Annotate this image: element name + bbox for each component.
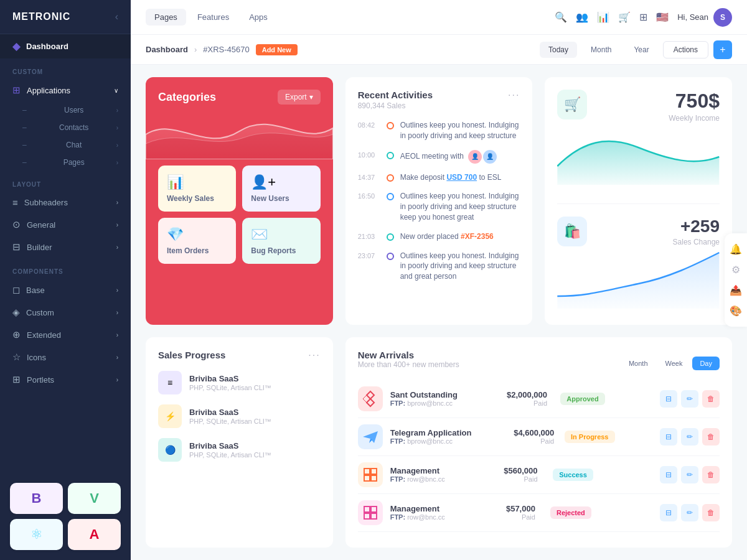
- delete-button-4[interactable]: 🗑: [702, 504, 720, 521]
- arrival-actions-3: ⊟ ✏ 🗑: [660, 466, 720, 483]
- right-icon-send[interactable]: 📤: [730, 284, 742, 296]
- avatar-1: 👤: [468, 150, 482, 164]
- user-menu[interactable]: Hi, Sean S: [677, 8, 732, 27]
- custom-label: Custom: [26, 308, 54, 317]
- flag-icon[interactable]: 🇺🇸: [656, 11, 669, 23]
- new-users-card[interactable]: 👤+ New Users: [242, 166, 320, 212]
- activity-text: Make deposit USD 700 to ESL: [400, 172, 502, 183]
- progress-avatar-3: 🔵: [158, 438, 182, 462]
- edit-button-3[interactable]: ✏: [681, 466, 698, 483]
- activities-title: Recent Activities: [358, 90, 520, 100]
- svg-rect-9: [364, 506, 370, 512]
- order-link[interactable]: #XF-2356: [461, 232, 494, 241]
- general-label: General: [27, 220, 55, 230]
- copy-button-3[interactable]: ⊟: [660, 466, 677, 483]
- cart-icon[interactable]: 🛒: [618, 11, 631, 23]
- right-icon-bell[interactable]: 🔔: [730, 243, 742, 255]
- dashboard-content: Categories Export ▾: [131, 65, 747, 560]
- meeting-avatars: 👤 👤: [468, 150, 497, 164]
- period-week-btn[interactable]: Week: [658, 357, 690, 370]
- progress-name-1: Briviba SaaS: [189, 374, 321, 383]
- search-icon[interactable]: 🔍: [555, 11, 567, 23]
- activity-item-1: 08:42 Outlines keep you honest. Indulgin…: [358, 120, 520, 141]
- activity-dot: [387, 122, 394, 129]
- chart-icon[interactable]: 📊: [597, 11, 609, 23]
- delete-button-3[interactable]: 🗑: [702, 466, 720, 483]
- edit-button-4[interactable]: ✏: [681, 504, 698, 521]
- progress-item-3: 🔵 Briviba SaaS PHP, SQLite, Artisan CLI™: [158, 438, 321, 462]
- chevron-right-icon: ›: [116, 222, 118, 228]
- sidebar-item-subheaders[interactable]: ≡ Subheaders ›: [0, 192, 131, 213]
- copy-button-2[interactable]: ⊟: [660, 428, 677, 446]
- applications-icon: ⊞: [12, 85, 21, 96]
- sidebar-item-builder[interactable]: ⊟ Builder ›: [0, 236, 131, 258]
- nav-link-apps[interactable]: Apps: [240, 9, 276, 26]
- delete-button-2[interactable]: 🗑: [702, 428, 720, 446]
- period-today-button[interactable]: Today: [540, 42, 577, 58]
- status-badge-1: Approved: [560, 393, 604, 405]
- icons-icon: ☆: [12, 352, 21, 363]
- edit-button-1[interactable]: ✏: [681, 390, 698, 408]
- fw-angular[interactable]: A: [68, 519, 121, 550]
- activity-time: 10:00: [358, 150, 380, 159]
- arrivals-subtitle: More than 400+ new members: [358, 360, 459, 369]
- copy-button-4[interactable]: ⊟: [660, 504, 677, 521]
- nav-link-pages[interactable]: Pages: [146, 9, 186, 26]
- status-badge-4: Rejected: [550, 506, 591, 519]
- change-icon-symbol: 🛍️: [564, 223, 581, 240]
- activities-header: ··· Recent Activities 890,344 Sales: [358, 90, 520, 120]
- sidebar-item-chat[interactable]: – Chat ›: [0, 136, 131, 154]
- weekly-sales-card[interactable]: 📊 Weekly Sales: [158, 166, 236, 212]
- change-header: 🛍️ +259 Sales Change: [557, 217, 720, 246]
- deposit-link[interactable]: USD 700: [446, 173, 477, 182]
- income-icon-symbol: 🛒: [564, 96, 581, 113]
- sidebar-item-contacts[interactable]: – Contacts ›: [0, 119, 131, 136]
- fw-vue[interactable]: V: [68, 483, 121, 514]
- sidebar-item-base[interactable]: ◻ Base ›: [0, 279, 131, 301]
- actions-button[interactable]: Actions: [663, 41, 708, 58]
- arrival-logo-4: [358, 500, 383, 525]
- sidebar-item-general[interactable]: ⊙ General ›: [0, 213, 131, 236]
- custom-icon: ◈: [12, 307, 20, 318]
- right-icon-palette[interactable]: 🎨: [730, 305, 742, 317]
- arrival-name-3: Management: [390, 466, 445, 475]
- change-values: +259 Sales Change: [673, 217, 720, 246]
- sidebar-item-users[interactable]: – Users ›: [0, 101, 131, 119]
- copy-button-1[interactable]: ⊟: [660, 390, 677, 408]
- nav-link-features[interactable]: Features: [189, 9, 238, 26]
- recent-activities-card: ··· Recent Activities 890,344 Sales 08:4…: [345, 77, 533, 325]
- user-avatar: S: [713, 8, 732, 27]
- period-day-btn[interactable]: Day: [692, 357, 720, 370]
- period-year-button[interactable]: Year: [625, 42, 657, 58]
- sidebar-item-extended[interactable]: ⊕ Extended ›: [0, 324, 131, 346]
- income-header: 🛒 750$ Weekly Income: [557, 90, 720, 123]
- arrival-name-1: Sant Outstanding: [390, 390, 458, 399]
- arrival-ftp-2: FTP: bprow@bnc.cc: [390, 437, 472, 445]
- users-icon[interactable]: 👥: [576, 11, 588, 23]
- activity-text: AEOL meeting with 👤 👤: [400, 150, 497, 164]
- export-button[interactable]: Export ▾: [278, 90, 321, 105]
- sidebar-item-portlets[interactable]: ⊞ Portlets ›: [0, 368, 131, 391]
- arrivals-header: New Arrivals More than 400+ new members …: [358, 350, 720, 378]
- sidebar-item-custom[interactable]: ◈ Custom ›: [0, 301, 131, 324]
- sidebar-collapse-icon[interactable]: ‹: [115, 11, 118, 22]
- grid-icon[interactable]: ⊞: [639, 11, 647, 23]
- period-month-button[interactable]: Month: [582, 42, 620, 58]
- add-button[interactable]: +: [713, 40, 732, 59]
- right-icon-gear[interactable]: ⚙: [730, 264, 742, 276]
- edit-button-2[interactable]: ✏: [681, 428, 698, 446]
- sidebar-dashboard-item[interactable]: ◆ Dashboard: [0, 34, 131, 58]
- bug-reports-card[interactable]: ✉️ Bug Reports: [242, 218, 320, 264]
- item-orders-card[interactable]: 💎 Item Orders: [158, 218, 236, 264]
- progress-dots-menu[interactable]: ···: [308, 350, 320, 361]
- delete-button-1[interactable]: 🗑: [702, 390, 720, 408]
- sidebar-item-pages[interactable]: – Pages ›: [0, 154, 131, 171]
- sidebar-item-icons[interactable]: ☆ Icons ›: [0, 346, 131, 368]
- period-month-btn[interactable]: Month: [621, 357, 655, 370]
- fw-react[interactable]: ⚛: [10, 519, 63, 550]
- sidebar-item-applications[interactable]: ⊞ Applications ∨: [0, 79, 131, 101]
- svg-rect-12: [371, 513, 377, 519]
- add-new-button[interactable]: Add New: [256, 44, 298, 55]
- fw-bootstrap[interactable]: B: [10, 483, 63, 514]
- dots-menu[interactable]: ···: [508, 90, 520, 101]
